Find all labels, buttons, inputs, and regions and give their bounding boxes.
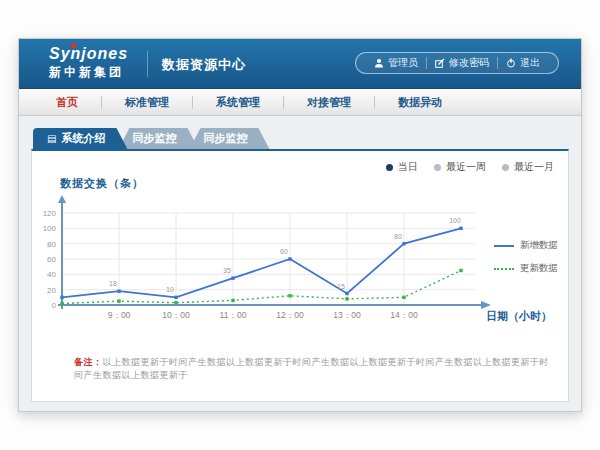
user-label: 管理员 bbox=[388, 56, 418, 70]
change-password-label: 修改密码 bbox=[449, 56, 489, 70]
radio-icon bbox=[386, 164, 393, 171]
svg-text:13：00: 13：00 bbox=[333, 310, 361, 320]
svg-text:20: 20 bbox=[47, 286, 56, 295]
range-option-today[interactable]: 当日 bbox=[386, 160, 418, 174]
legend-line-sample bbox=[494, 245, 514, 247]
app-title: 数据资源中心 bbox=[162, 56, 246, 74]
logo: Synjones 新中新集团 bbox=[49, 45, 128, 81]
tab-label: 同步监控 bbox=[203, 132, 247, 144]
nav-item-data-change[interactable]: 数据异动 bbox=[375, 95, 465, 110]
svg-text:40: 40 bbox=[47, 270, 56, 279]
svg-text:60: 60 bbox=[280, 248, 288, 255]
app-window: Synjones 新中新集团 数据资源中心 管理员 修改密码 bbox=[18, 38, 582, 412]
user-icon bbox=[374, 58, 384, 68]
chart-x-axis-label: 日期（小时） bbox=[486, 309, 552, 324]
footnote: 备注：以上数据更新于时间产生数据以上数据更新于时间产生数据以上数据更新于时间产生… bbox=[74, 356, 552, 382]
logout-button[interactable]: 退出 bbox=[498, 56, 548, 70]
svg-text:80: 80 bbox=[394, 233, 402, 240]
svg-text:9：00: 9：00 bbox=[108, 310, 131, 320]
nav-item-system-mgmt[interactable]: 系统管理 bbox=[193, 95, 283, 110]
legend-item-new-data: 新增数据 bbox=[494, 239, 560, 252]
user-menu[interactable]: 管理员 bbox=[366, 56, 426, 70]
tab-sync-monitor-2[interactable]: 同步监控 bbox=[189, 128, 269, 149]
range-radio-group: 当日最近一周最近一月 bbox=[386, 160, 554, 174]
chart-legend: 新增数据更新数据 bbox=[494, 239, 560, 285]
series-updated-data bbox=[62, 271, 461, 304]
svg-text:100: 100 bbox=[449, 217, 461, 224]
chart-panel: 当日最近一周最近一月 数据交换（条） 0204060801001209：0010… bbox=[31, 149, 569, 402]
footnote-text: 以上数据更新于时间产生数据以上数据更新于时间产生数据以上数据更新于时间产生数据以… bbox=[74, 357, 549, 380]
change-password-button[interactable]: 修改密码 bbox=[427, 56, 497, 70]
tab-system-intro[interactable]: ▤系统介绍 bbox=[33, 128, 127, 149]
nav-item-home[interactable]: 首页 bbox=[33, 95, 101, 110]
header: Synjones 新中新集团 数据资源中心 管理员 修改密码 bbox=[19, 39, 581, 89]
svg-text:120: 120 bbox=[43, 209, 57, 218]
content-area: ▤系统介绍同步监控同步监控 当日最近一周最近一月 数据交换（条） 0204060… bbox=[19, 116, 581, 412]
svg-text:35: 35 bbox=[223, 267, 231, 274]
logo-primary-text: Synjones bbox=[49, 45, 128, 63]
svg-text:10：00: 10：00 bbox=[162, 310, 190, 320]
document-icon: ▤ bbox=[47, 128, 56, 149]
svg-text:18: 18 bbox=[109, 280, 117, 287]
exchange-line-chart: 0204060801001209：0010：0011：0012：0013：001… bbox=[42, 187, 504, 337]
power-icon bbox=[506, 58, 516, 68]
logo-secondary-text: 新中新集团 bbox=[49, 64, 128, 81]
svg-text:100: 100 bbox=[43, 224, 57, 233]
range-option-label: 当日 bbox=[398, 160, 418, 174]
tab-bar: ▤系统介绍同步监控同步监控 bbox=[33, 128, 569, 149]
tab-label: 系统介绍 bbox=[61, 132, 105, 144]
nav-item-integration-mgmt[interactable]: 对接管理 bbox=[284, 95, 374, 110]
svg-text:10: 10 bbox=[166, 286, 174, 293]
range-option-label: 最近一周 bbox=[446, 160, 486, 174]
user-pill: 管理员 修改密码 退出 bbox=[355, 52, 559, 74]
legend-label: 更新数据 bbox=[520, 262, 558, 275]
legend-label: 新增数据 bbox=[520, 239, 558, 252]
legend-line-sample bbox=[494, 268, 514, 270]
main-nav: 首页标准管理系统管理对接管理数据异动 bbox=[19, 89, 581, 116]
edit-icon bbox=[435, 58, 445, 68]
svg-text:11：00: 11：00 bbox=[220, 310, 247, 320]
svg-text:60: 60 bbox=[47, 255, 56, 264]
range-option-last-week[interactable]: 最近一周 bbox=[434, 160, 486, 174]
header-divider bbox=[147, 51, 148, 77]
radio-icon bbox=[502, 164, 509, 171]
svg-text:12：00: 12：00 bbox=[276, 310, 304, 320]
range-option-label: 最近一月 bbox=[514, 160, 554, 174]
svg-text:15: 15 bbox=[337, 283, 345, 290]
tab-label: 同步监控 bbox=[132, 132, 176, 144]
svg-text:80: 80 bbox=[47, 240, 56, 249]
svg-text:14：00: 14：00 bbox=[390, 310, 418, 320]
footnote-prefix: 备注： bbox=[74, 357, 103, 367]
range-option-last-month[interactable]: 最近一月 bbox=[502, 160, 554, 174]
nav-item-standard-mgmt[interactable]: 标准管理 bbox=[102, 95, 192, 110]
logout-label: 退出 bbox=[520, 56, 540, 70]
svg-text:0: 0 bbox=[52, 301, 57, 310]
tab-sync-monitor-1[interactable]: 同步监控 bbox=[118, 128, 198, 149]
radio-icon bbox=[434, 164, 441, 171]
legend-item-updated-data: 更新数据 bbox=[494, 262, 560, 275]
